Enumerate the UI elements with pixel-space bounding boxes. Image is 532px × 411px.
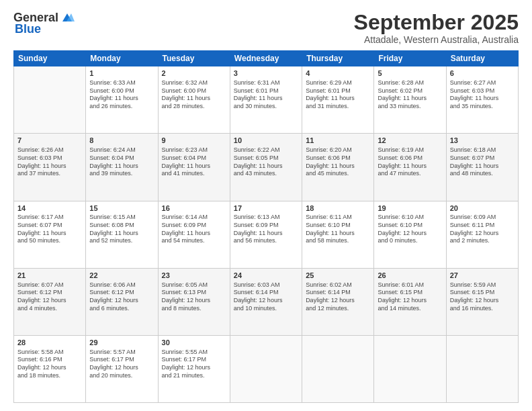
day-number: 21	[17, 271, 82, 281]
weekday-header-wednesday: Wednesday	[230, 51, 302, 66]
calendar-cell: 26Sunrise: 6:01 AM Sunset: 6:15 PM Dayli…	[374, 268, 446, 335]
calendar-cell: 3Sunrise: 6:31 AM Sunset: 6:01 PM Daylig…	[230, 66, 302, 134]
day-number: 5	[378, 68, 442, 79]
calendar-cell: 27Sunrise: 5:59 AM Sunset: 6:15 PM Dayli…	[446, 268, 518, 335]
day-number: 17	[234, 203, 298, 214]
day-info: Sunrise: 5:57 AM Sunset: 6:17 PM Dayligh…	[89, 349, 154, 380]
day-info: Sunrise: 5:58 AM Sunset: 6:16 PM Dayligh…	[17, 349, 82, 380]
day-number: 18	[306, 203, 370, 214]
day-info: Sunrise: 6:19 AM Sunset: 6:06 PM Dayligh…	[378, 146, 442, 178]
calendar-cell: 9Sunrise: 6:23 AM Sunset: 6:04 PM Daylig…	[158, 134, 230, 201]
day-number: 27	[450, 271, 515, 281]
day-info: Sunrise: 5:55 AM Sunset: 6:17 PM Dayligh…	[162, 349, 226, 380]
calendar-cell: 1Sunrise: 6:33 AM Sunset: 6:00 PM Daylig…	[86, 66, 158, 134]
day-info: Sunrise: 5:59 AM Sunset: 6:15 PM Dayligh…	[450, 281, 515, 313]
calendar-cell: 14Sunrise: 6:17 AM Sunset: 6:07 PM Dayli…	[14, 201, 86, 268]
calendar-cell	[230, 335, 302, 402]
day-number: 16	[162, 203, 226, 214]
weekday-header-monday: Monday	[86, 51, 158, 66]
day-number: 29	[89, 338, 154, 348]
calendar-cell: 28Sunrise: 5:58 AM Sunset: 6:16 PM Dayli…	[14, 335, 86, 402]
calendar-week-row: 21Sunrise: 6:07 AM Sunset: 6:12 PM Dayli…	[14, 268, 519, 335]
calendar-week-row: 28Sunrise: 5:58 AM Sunset: 6:16 PM Dayli…	[14, 335, 519, 402]
calendar-cell: 5Sunrise: 6:28 AM Sunset: 6:02 PM Daylig…	[374, 66, 446, 134]
day-info: Sunrise: 6:26 AM Sunset: 6:03 PM Dayligh…	[17, 146, 82, 178]
calendar-cell: 19Sunrise: 6:10 AM Sunset: 6:10 PM Dayli…	[374, 201, 446, 268]
day-info: Sunrise: 6:06 AM Sunset: 6:12 PM Dayligh…	[89, 281, 154, 313]
calendar-cell	[374, 335, 446, 402]
day-info: Sunrise: 6:17 AM Sunset: 6:07 PM Dayligh…	[17, 214, 82, 245]
day-info: Sunrise: 6:23 AM Sunset: 6:04 PM Dayligh…	[162, 146, 226, 178]
day-info: Sunrise: 6:22 AM Sunset: 6:05 PM Dayligh…	[234, 146, 298, 178]
day-info: Sunrise: 6:24 AM Sunset: 6:04 PM Dayligh…	[89, 146, 154, 178]
day-number: 23	[162, 271, 226, 281]
day-info: Sunrise: 6:14 AM Sunset: 6:09 PM Dayligh…	[162, 214, 226, 245]
logo-blue: Blue	[13, 22, 41, 36]
day-number: 28	[17, 338, 82, 348]
calendar-cell: 12Sunrise: 6:19 AM Sunset: 6:06 PM Dayli…	[374, 134, 446, 201]
day-info: Sunrise: 6:05 AM Sunset: 6:13 PM Dayligh…	[162, 281, 226, 313]
month-title: September 2025	[354, 11, 519, 34]
calendar-cell: 15Sunrise: 6:15 AM Sunset: 6:08 PM Dayli…	[86, 201, 158, 268]
day-number: 11	[306, 136, 370, 146]
day-info: Sunrise: 6:03 AM Sunset: 6:14 PM Dayligh…	[234, 281, 298, 313]
day-info: Sunrise: 6:07 AM Sunset: 6:12 PM Dayligh…	[17, 281, 82, 313]
calendar-cell: 2Sunrise: 6:32 AM Sunset: 6:00 PM Daylig…	[158, 66, 230, 134]
calendar-cell: 6Sunrise: 6:27 AM Sunset: 6:03 PM Daylig…	[446, 66, 518, 134]
calendar-cell: 18Sunrise: 6:11 AM Sunset: 6:10 PM Dayli…	[302, 201, 374, 268]
day-number: 12	[378, 136, 442, 146]
calendar-cell: 10Sunrise: 6:22 AM Sunset: 6:05 PM Dayli…	[230, 134, 302, 201]
calendar-cell: 7Sunrise: 6:26 AM Sunset: 6:03 PM Daylig…	[14, 134, 86, 201]
calendar-table: SundayMondayTuesdayWednesdayThursdayFrid…	[13, 50, 519, 403]
day-number: 7	[17, 136, 82, 146]
day-info: Sunrise: 6:32 AM Sunset: 6:00 PM Dayligh…	[162, 79, 226, 111]
calendar-week-row: 14Sunrise: 6:17 AM Sunset: 6:07 PM Dayli…	[14, 201, 519, 268]
day-number: 25	[306, 271, 370, 281]
day-info: Sunrise: 6:29 AM Sunset: 6:01 PM Dayligh…	[306, 79, 370, 111]
day-number: 22	[89, 271, 154, 281]
logo: General Blue	[13, 11, 75, 36]
day-number: 8	[89, 136, 154, 146]
day-number: 10	[234, 136, 298, 146]
calendar-cell: 8Sunrise: 6:24 AM Sunset: 6:04 PM Daylig…	[86, 134, 158, 201]
day-info: Sunrise: 6:09 AM Sunset: 6:11 PM Dayligh…	[450, 214, 515, 245]
day-number: 26	[378, 271, 442, 281]
page: General Blue September 2025 Attadale, We…	[0, 0, 532, 411]
weekday-header-thursday: Thursday	[302, 51, 374, 66]
title-block: September 2025 Attadale, Western Austral…	[354, 11, 519, 45]
calendar-cell: 17Sunrise: 6:13 AM Sunset: 6:09 PM Dayli…	[230, 201, 302, 268]
calendar-cell	[446, 335, 518, 402]
day-info: Sunrise: 6:20 AM Sunset: 6:06 PM Dayligh…	[306, 146, 370, 178]
day-number: 13	[450, 136, 515, 146]
calendar-cell: 29Sunrise: 5:57 AM Sunset: 6:17 PM Dayli…	[86, 335, 158, 402]
calendar-cell: 25Sunrise: 6:02 AM Sunset: 6:14 PM Dayli…	[302, 268, 374, 335]
calendar-week-row: 1Sunrise: 6:33 AM Sunset: 6:00 PM Daylig…	[14, 66, 519, 134]
day-info: Sunrise: 6:11 AM Sunset: 6:10 PM Dayligh…	[306, 214, 370, 245]
day-info: Sunrise: 6:28 AM Sunset: 6:02 PM Dayligh…	[378, 79, 442, 111]
calendar-cell: 16Sunrise: 6:14 AM Sunset: 6:09 PM Dayli…	[158, 201, 230, 268]
day-info: Sunrise: 6:33 AM Sunset: 6:00 PM Dayligh…	[89, 79, 154, 111]
day-number: 4	[306, 68, 370, 79]
logo-icon	[60, 12, 75, 24]
day-number: 19	[378, 203, 442, 214]
day-info: Sunrise: 6:02 AM Sunset: 6:14 PM Dayligh…	[306, 281, 370, 313]
day-info: Sunrise: 6:13 AM Sunset: 6:09 PM Dayligh…	[234, 214, 298, 245]
day-info: Sunrise: 6:10 AM Sunset: 6:10 PM Dayligh…	[378, 214, 442, 245]
day-info: Sunrise: 6:31 AM Sunset: 6:01 PM Dayligh…	[234, 79, 298, 111]
header: General Blue September 2025 Attadale, We…	[13, 11, 519, 45]
calendar-cell: 13Sunrise: 6:18 AM Sunset: 6:07 PM Dayli…	[446, 134, 518, 201]
calendar-cell: 30Sunrise: 5:55 AM Sunset: 6:17 PM Dayli…	[158, 335, 230, 402]
day-info: Sunrise: 6:01 AM Sunset: 6:15 PM Dayligh…	[378, 281, 442, 313]
day-number: 30	[162, 338, 226, 348]
day-number: 24	[234, 271, 298, 281]
day-info: Sunrise: 6:27 AM Sunset: 6:03 PM Dayligh…	[450, 79, 515, 111]
day-number: 6	[450, 68, 515, 79]
calendar-cell: 11Sunrise: 6:20 AM Sunset: 6:06 PM Dayli…	[302, 134, 374, 201]
day-info: Sunrise: 6:15 AM Sunset: 6:08 PM Dayligh…	[89, 214, 154, 245]
calendar-week-row: 7Sunrise: 6:26 AM Sunset: 6:03 PM Daylig…	[14, 134, 519, 201]
calendar-cell: 21Sunrise: 6:07 AM Sunset: 6:12 PM Dayli…	[14, 268, 86, 335]
day-number: 2	[162, 68, 226, 79]
weekday-header-sunday: Sunday	[14, 51, 86, 66]
day-number: 3	[234, 68, 298, 79]
day-number: 20	[450, 203, 515, 214]
